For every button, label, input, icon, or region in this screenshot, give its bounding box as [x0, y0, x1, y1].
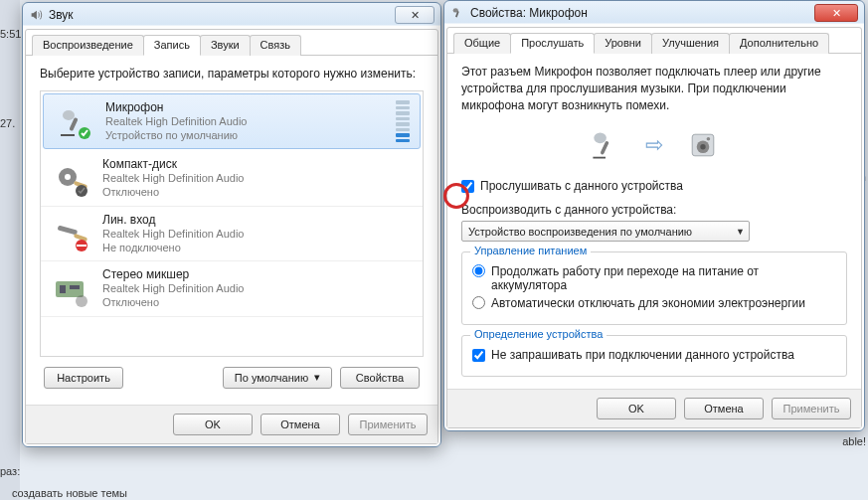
soundcard-icon — [51, 268, 92, 310]
svg-point-17 — [594, 133, 607, 144]
properties-button[interactable]: Свойства — [340, 367, 420, 389]
bg-raz: раз: — [0, 465, 20, 477]
svg-point-4 — [65, 174, 71, 180]
device-driver: Realtek High Definition Audio — [102, 172, 413, 186]
device-name: Компакт-диск — [102, 157, 413, 172]
device-name: Стерео микшер — [102, 267, 413, 282]
device-status: Устройство по умолчанию — [105, 129, 386, 143]
cd-icon — [51, 158, 92, 200]
linein-icon — [51, 213, 92, 254]
sound-window-title: Звук — [49, 8, 74, 22]
power-radio-continue[interactable] — [472, 264, 485, 277]
vu-meter — [396, 100, 410, 142]
device-driver: Realtek High Definition Audio — [105, 115, 386, 129]
props-ok-button[interactable]: OK — [597, 398, 676, 419]
device-driver: Realtek High Definition Audio — [102, 282, 413, 296]
tab-general[interactable]: Общие — [453, 33, 511, 54]
power-radio-auto-off-label: Автоматически отключать для экономии эле… — [491, 296, 805, 310]
svg-rect-13 — [70, 285, 80, 289]
tab-advanced[interactable]: Дополнительно — [729, 33, 829, 54]
detection-group-title: Определение устройства — [470, 328, 607, 340]
set-default-label: По умолчанию — [235, 372, 308, 384]
power-radio-continue-label: Продолжать работу при переходе на питани… — [491, 264, 836, 292]
svg-point-21 — [700, 144, 705, 149]
instruction-text: Выберите устройство записи, параметры ко… — [40, 66, 424, 83]
configure-button[interactable]: Настроить — [44, 367, 123, 389]
chevron-down-icon: ▼ — [736, 227, 745, 237]
tab-communications[interactable]: Связь — [250, 35, 301, 56]
detection-group: Определение устройства Не запрашивать пр… — [461, 335, 847, 377]
tab-sounds[interactable]: Звуки — [200, 35, 251, 56]
device-status: Отключено — [102, 296, 413, 310]
device-status: Отключено — [102, 186, 413, 200]
sound-window-titlebar[interactable]: Звук ✕ — [23, 3, 440, 27]
speaker-icon — [29, 8, 43, 22]
svg-point-22 — [707, 137, 711, 141]
arrow-right-icon: ⇨ — [645, 132, 663, 158]
bg-27: 27. — [0, 117, 15, 129]
svg-point-0 — [63, 110, 75, 120]
detection-checkbox[interactable] — [472, 349, 485, 362]
bg-bottom: создавать новые темы — [12, 487, 127, 499]
svg-rect-12 — [60, 285, 66, 293]
tab-playback[interactable]: Воспроизведение — [32, 35, 144, 56]
device-status: Не подключено — [102, 242, 413, 255]
svg-point-14 — [76, 295, 87, 307]
power-radio-auto-off[interactable] — [472, 296, 485, 309]
device-microphone[interactable]: Микрофон Realtek High Definition Audio У… — [43, 93, 421, 150]
device-name: Микрофон — [105, 100, 386, 115]
props-window-title: Свойства: Микрофон — [470, 6, 588, 20]
tab-listen[interactable]: Прослушать — [510, 33, 595, 54]
sound-cancel-button[interactable]: Отмена — [260, 414, 340, 435]
sound-close-button[interactable]: ✕ — [395, 6, 434, 24]
props-close-button[interactable]: ✕ — [814, 4, 858, 22]
playthrough-label: Воспроизводить с данного устройства: — [461, 203, 847, 217]
microphone-small-icon — [450, 6, 464, 20]
svg-rect-7 — [58, 226, 79, 236]
props-apply-button[interactable]: Применить — [772, 398, 851, 419]
set-default-button[interactable]: По умолчанию ▾ — [223, 367, 332, 389]
mini-speaker-icon — [683, 125, 723, 165]
svg-rect-10 — [77, 245, 87, 247]
playthrough-select[interactable]: Устройство воспроизведения по умолчанию … — [461, 221, 750, 242]
device-list[interactable]: Микрофон Realtek High Definition Audio У… — [40, 90, 424, 357]
device-driver: Realtek High Definition Audio — [102, 228, 413, 242]
microphone-icon — [54, 100, 95, 142]
bg-time: 5:51 — [0, 28, 21, 40]
power-group-title: Управление питанием — [470, 245, 591, 256]
device-name: Лин. вход — [102, 213, 413, 228]
props-window-titlebar[interactable]: Свойства: Микрофон ✕ — [444, 1, 864, 25]
mini-microphone-icon — [586, 125, 625, 165]
listen-checkbox[interactable] — [461, 180, 474, 193]
tab-recording[interactable]: Запись — [143, 35, 201, 56]
listen-checkbox-label: Прослушивать с данного устройства — [480, 179, 683, 193]
detection-checkbox-label: Не запрашивать при подключении данного у… — [491, 348, 794, 362]
sound-ok-button[interactable]: OK — [173, 414, 253, 435]
device-cd[interactable]: Компакт-диск Realtek High Definition Aud… — [41, 151, 423, 207]
chevron-down-icon: ▾ — [314, 371, 320, 384]
device-stereo-mix[interactable]: Стерео микшер Realtek High Definition Au… — [41, 261, 423, 317]
props-tabs: Общие Прослушать Уровни Улучшения Дополн… — [447, 28, 861, 54]
tab-levels[interactable]: Уровни — [594, 33, 652, 54]
power-management-group: Управление питанием Продолжать работу пр… — [461, 251, 847, 325]
sound-apply-button[interactable]: Применить — [348, 414, 428, 435]
props-cancel-button[interactable]: Отмена — [684, 398, 764, 419]
sound-tabs: Воспроизведение Запись Звуки Связь — [26, 30, 437, 56]
playthrough-value: Устройство воспроизведения по умолчанию — [468, 226, 692, 238]
device-linein[interactable]: Лин. вход Realtek High Definition Audio … — [41, 207, 423, 262]
tab-enhancements[interactable]: Улучшения — [651, 33, 730, 54]
listen-description: Этот разъем Микрофон позволяет подключат… — [461, 64, 847, 113]
bg-right2: able! — [842, 435, 866, 447]
